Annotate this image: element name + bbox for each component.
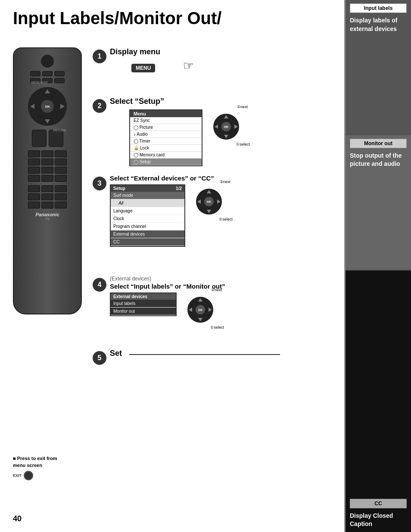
remote-top-sensor xyxy=(41,55,54,68)
nav-next-label-3: ②next xyxy=(220,180,230,184)
sidebar-section-monitor-out: Monitor out Stop output of the picture a… xyxy=(346,135,411,271)
menu-item-setup: ◯ Setup xyxy=(130,159,202,165)
remote-num-btn xyxy=(41,167,53,174)
step1-wrapper: 1 Display menu MENU ☞ xyxy=(90,47,344,73)
step4-circle: 4 xyxy=(93,278,106,292)
remote-arrow-left-icon xyxy=(30,104,34,109)
step4-content: (External devices) Select “Input labels”… xyxy=(110,276,344,323)
remote-ok-button[interactable]: OK xyxy=(40,100,54,113)
menu-item-picture: ◯ Picture xyxy=(130,124,202,131)
step5-circle: 5 xyxy=(93,351,106,365)
remote-arrow-right-icon xyxy=(60,104,65,109)
cc-description: Display Closed Caption xyxy=(350,512,407,529)
remote-num-grid-2 xyxy=(28,185,67,208)
remote-num-grid xyxy=(28,150,67,182)
remote-num-btn xyxy=(55,150,67,157)
cc-tab-label: CC xyxy=(374,501,382,507)
nav-select-label: ①select xyxy=(236,142,250,146)
monitor-out-description: Stop output of the picture and audio xyxy=(350,152,407,168)
nav-next-label: ②next xyxy=(237,105,248,109)
remote-menu-label: MENU EXIT xyxy=(31,81,48,84)
nav-up-icon xyxy=(224,115,228,118)
remote-num-btn xyxy=(55,159,67,165)
remote-rect-btn-left xyxy=(32,130,47,147)
nav-down-icon-4 xyxy=(198,318,202,321)
ok-center-4: OK xyxy=(196,305,205,314)
menu-item-memory: ◯ Memory card xyxy=(130,152,202,159)
remote-num-btn xyxy=(28,193,40,200)
ok-nav-step4: OK ②next ①select xyxy=(181,295,213,323)
exit-circle-button[interactable] xyxy=(24,471,33,480)
nav-up-icon-3 xyxy=(207,190,211,193)
nav-left-icon xyxy=(215,124,218,129)
nav-up-icon-4 xyxy=(198,298,202,302)
exit-btn-area: EXIT xyxy=(13,471,57,480)
nav-select-label-3: ①select xyxy=(219,217,233,221)
ext-menu: External devices Input labels Monitor ou… xyxy=(110,292,177,316)
ok-nav-button-step3: OK xyxy=(196,189,222,215)
step1-section: 1 Display menu MENU ☞ xyxy=(90,47,344,75)
remote-btn-small xyxy=(30,71,40,76)
ok-nav-step3: OK ②next ①select xyxy=(190,187,222,215)
remote-num-btn xyxy=(28,202,40,208)
remote-num-btn xyxy=(55,202,67,208)
step5-wrapper: 5 Set xyxy=(90,349,163,358)
sidebar-section-cc: CC Display Closed Caption xyxy=(346,271,411,532)
setup-menu-page: 1/2 xyxy=(176,186,182,191)
remote-btn-row-1 xyxy=(30,71,65,76)
menu-button[interactable]: MENU xyxy=(131,64,155,72)
main-content: Input Labels/Monitor Out/ MENU EXIT RETU… xyxy=(0,0,344,532)
remote-control: MENU EXIT RETURN OK xyxy=(13,47,82,314)
press-exit-line2: menu screen xyxy=(13,463,42,468)
ok-center-3: OK xyxy=(204,197,214,206)
program-channel-item: Program channel xyxy=(111,223,184,230)
ok-nav-step2: OK ②next ①select xyxy=(207,112,239,140)
menu-header: Menu xyxy=(130,110,202,117)
remote-num-btn xyxy=(41,202,53,208)
step2-content: Select “Setup” Menu EZ Sync ◯ Picture ♪ … xyxy=(110,97,344,166)
remote-num-btn xyxy=(41,185,53,192)
steps-area: 1 Display menu MENU ☞ 2 Select “Setup” xyxy=(90,47,344,515)
setup-menu-title: Setup xyxy=(113,186,125,191)
external-devices-item: External devices xyxy=(111,230,184,238)
remote-btn-small xyxy=(54,71,65,76)
remote-btn-small xyxy=(42,71,53,76)
step2-circle: 2 xyxy=(93,99,106,113)
sidebar-section-input-labels: Input labels Display labels of external … xyxy=(346,0,411,135)
step1-content: Display menu MENU ☞ xyxy=(110,47,344,73)
step3-section: 3 Select “External devices” or “CC” Setu… xyxy=(90,174,344,249)
press-exit-text: ■ Press to exit from menu screen xyxy=(13,455,57,469)
ok-center: OK xyxy=(221,122,231,131)
step1-title: Display menu xyxy=(110,47,344,56)
input-labels-description: Display labels of external devices xyxy=(350,16,407,33)
remote-num-btn xyxy=(55,193,67,200)
setup-menu-header: Setup 1/2 xyxy=(111,185,184,192)
cc-item: CC xyxy=(111,238,184,246)
remote-num-btn xyxy=(28,185,40,192)
nav-next-label-4: ②next xyxy=(211,288,222,292)
remote-num-btn xyxy=(55,167,67,174)
menu-item-ezsync: EZ Sync xyxy=(130,117,202,124)
monitor-out-tab: Monitor out xyxy=(350,139,407,148)
remote-num-btn xyxy=(41,175,53,182)
ok-nav-button-step4: OK xyxy=(187,297,213,323)
remote-arrow-up-icon xyxy=(45,89,50,93)
step3-content: Select “External devices” or “CC” Setup … xyxy=(110,174,344,247)
step4-subtitle: (External devices) xyxy=(110,276,344,282)
setup-menu: Setup 1/2 Surf mode All Language Clock P… xyxy=(110,184,185,247)
step2-section: 2 Select “Setup” Menu EZ Sync ◯ Picture … xyxy=(90,97,344,168)
ok-nav-button-step2: OK xyxy=(213,114,239,140)
monitor-out-tab-label: Monitor out xyxy=(364,140,392,146)
set-line xyxy=(129,354,280,355)
page-title: Input Labels/Monitor Out/ xyxy=(13,9,331,28)
nav-down-icon xyxy=(224,135,228,138)
menu-item-lock: 🔒 Lock xyxy=(130,145,202,152)
step2-wrapper: 2 Select “Setup” Menu EZ Sync ◯ Picture … xyxy=(90,97,344,166)
remote-btn-small xyxy=(54,78,65,83)
step4-wrapper: 4 (External devices) Select “Input label… xyxy=(90,276,344,323)
ext-menu-header: External devices xyxy=(111,293,176,300)
step2-title: Select “Setup” xyxy=(110,97,344,106)
remote-num-btn xyxy=(41,193,53,200)
sidebar: Input labels Display labels of external … xyxy=(344,0,411,532)
hand-icon: ☞ xyxy=(183,59,194,73)
